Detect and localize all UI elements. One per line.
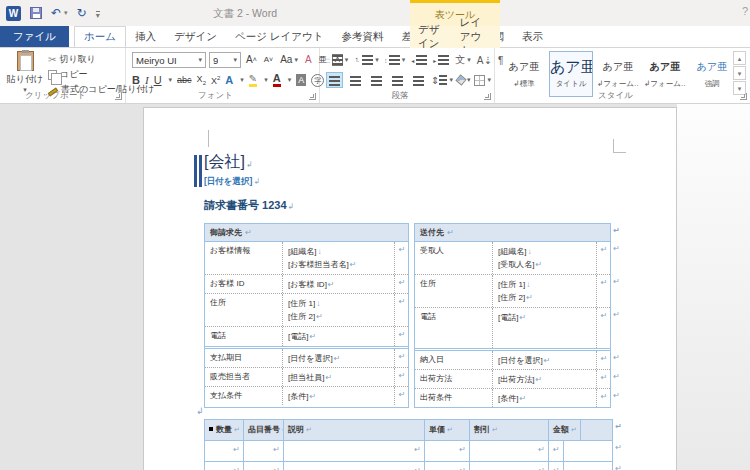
bold-button[interactable]: B [132, 74, 140, 86]
row-value[interactable]: [担当社員]↵ [283, 368, 395, 386]
tab-insert[interactable]: 挿入 [126, 26, 165, 47]
row-value[interactable]: [条件]↵ [283, 387, 395, 405]
decrease-indent-button[interactable]: ◂ [411, 55, 427, 65]
items-empty-row[interactable]: ↵↵↵↵↵↵↵ [205, 461, 612, 470]
superscript-button[interactable]: X2 [211, 75, 220, 86]
tab-view[interactable]: 表示 [513, 26, 552, 47]
clipboard-dialog-launcher[interactable] [115, 93, 122, 100]
items-cell[interactable]: ↵ [425, 441, 470, 461]
sort-button[interactable]: A⇣ [477, 55, 492, 66]
strikethrough-button[interactable]: abc [177, 75, 192, 85]
tab-page-layout[interactable]: ページ レイアウト [226, 26, 333, 47]
save-icon[interactable] [30, 7, 42, 19]
distribute-button[interactable] [410, 72, 427, 88]
items-cell[interactable]: ↵ [284, 462, 425, 470]
ship-to-table[interactable]: 送付先 ↵↵受取人[組織名]↓[受取人名]↵↵↵住所[住所 1]↓[住所 2]↵… [414, 223, 611, 408]
row-value[interactable]: [住所 1]↓[住所 2]↵ [283, 294, 395, 326]
clear-formatting-button[interactable]: A [303, 53, 314, 67]
cell-end-mark: ↵ [396, 387, 408, 405]
multilevel-list-button[interactable]: ⁝▾ [385, 55, 405, 65]
tab-file[interactable]: ファイル [0, 26, 69, 47]
items-cell[interactable]: ↵ [425, 462, 470, 470]
shrink-font-button[interactable]: A˅ [262, 53, 275, 67]
undo-dropdown-caret[interactable]: ▾ [64, 9, 68, 17]
items-cell[interactable]: ↵ [470, 441, 549, 461]
value-line: [お客様 ID]↵ [288, 278, 394, 291]
font-size-combo[interactable]: 9▾ [209, 52, 241, 68]
styles-dialog-launcher[interactable] [740, 93, 747, 100]
line-break-mark: ↓ [526, 280, 530, 289]
row-value[interactable]: [組織名]↓[受取人名]↵ [493, 242, 597, 274]
cell-end-mark: ↵ [598, 308, 610, 348]
cell-end-mark: ↵ [396, 368, 408, 386]
asian-layout-button[interactable]: 文▾ [455, 53, 471, 67]
row-value[interactable]: [日付を選択]↵ [493, 351, 597, 369]
highlight-caret[interactable]: ▾ [264, 76, 268, 84]
items-cell[interactable]: ↵ [549, 441, 564, 461]
borders-button[interactable]: ▾ [474, 75, 491, 86]
row-value[interactable]: [出荷方法]↵ [493, 370, 597, 388]
align-right-button[interactable] [368, 72, 385, 88]
bill-to-table[interactable]: 御請求先 ↵お客様情報[組織名]↓[お客様担当者名]↵↵お客様 ID[お客様 I… [204, 223, 409, 408]
items-cell[interactable]: ↵ [244, 462, 284, 470]
font-color-caret[interactable]: ▾ [288, 76, 292, 84]
paste-button[interactable]: 貼り付け ▾ [5, 51, 45, 93]
subscript-button[interactable]: X2 [197, 74, 206, 86]
undo-icon[interactable]: ↶ [51, 6, 61, 20]
bullets-button[interactable]: ⁚⁚▾ [326, 55, 348, 65]
row-value[interactable]: [住所 1]↓[住所 2]↵ [493, 275, 597, 307]
highlight-button[interactable]: ✎ [249, 74, 257, 87]
row-value[interactable]: [お客様 ID]↵ [283, 275, 395, 293]
help-icon[interactable]: ? [742, 5, 748, 17]
row-value[interactable]: [条件]↵ [493, 389, 597, 407]
row-value[interactable]: [日付を選択]↵ [283, 349, 395, 367]
document-page[interactable]: [会社]↲ [日付を選択]↲ 請求書番号 1234↲ 御請求先 ↵お客様情報[組… [143, 107, 677, 470]
items-cell[interactable]: ↵ [205, 462, 244, 470]
items-cell[interactable]: ↵ [470, 462, 549, 470]
cell-end-mark: ↵ [492, 426, 498, 433]
items-empty-row[interactable]: ↵↵↵↵↵↵↵ [205, 440, 612, 461]
change-case-button[interactable]: Aa▾ [278, 53, 300, 67]
tab-references[interactable]: 参考資料 [333, 26, 393, 47]
italic-button[interactable]: I [145, 74, 149, 86]
shading-button[interactable]: ▾ [457, 76, 471, 84]
font-color-button[interactable]: A [273, 73, 281, 87]
text-effects-button[interactable]: A [225, 74, 233, 86]
line-spacing-button[interactable]: ⇕▾ [431, 75, 453, 86]
tab-design[interactable]: デザイン [165, 26, 226, 47]
redo-icon[interactable]: ↻ [77, 6, 87, 20]
grow-font-button[interactable]: A˄ [244, 53, 259, 67]
align-left-button[interactable] [326, 72, 343, 88]
style-gallery-down-icon[interactable]: ▾ [733, 66, 746, 80]
row-value[interactable]: [組織名]↓[お客様担当者名]↵ [283, 242, 395, 274]
tab-table-design[interactable]: デザイン [410, 26, 452, 48]
word-logo-icon[interactable]: W [6, 6, 21, 21]
row-value[interactable]: [電話]↵ [493, 308, 597, 348]
underline-button[interactable]: U [154, 74, 162, 86]
items-cell[interactable]: ↵ [549, 462, 564, 470]
items-cell[interactable]: ↵ [205, 441, 244, 461]
text-effects-caret[interactable]: ▾ [240, 76, 244, 84]
row-value[interactable]: [電話]↵ [283, 327, 395, 346]
company-placeholder[interactable]: [会社]↲ [204, 152, 253, 173]
customize-qat-icon[interactable]: ▾ [96, 11, 100, 19]
justify-button[interactable] [389, 72, 406, 88]
underline-caret[interactable]: ▾ [169, 76, 173, 84]
align-center-button[interactable] [347, 72, 364, 88]
paragraph-mark: ↲ [246, 160, 253, 169]
tab-table-layout[interactable]: レイアウト [452, 26, 500, 48]
font-dialog-launcher[interactable] [309, 93, 316, 100]
paragraph-dialog-launcher[interactable] [484, 93, 491, 100]
numbering-button[interactable]: ⒈▾ [354, 55, 379, 65]
date-placeholder[interactable]: [日付を選択]↲ [204, 176, 260, 188]
character-shading-button[interactable]: A [296, 74, 306, 86]
document-area: [会社]↲ [日付を選択]↲ 請求書番号 1234↲ 御請求先 ↵お客様情報[組… [0, 104, 750, 470]
items-cell[interactable]: ↵ [244, 441, 284, 461]
tab-home[interactable]: ホーム [74, 26, 126, 47]
style-gallery-up-icon[interactable]: ▴ [733, 51, 746, 65]
font-name-combo[interactable]: Meiryo UI▾ [132, 52, 206, 68]
items-table[interactable]: 数量↵品目番号↵説明↵単価↵割引↵金額↵↵↵↵↵↵↵↵↵↵↵↵↵↵↵↵ [204, 419, 613, 470]
increase-indent-button[interactable]: ▸ [433, 55, 449, 65]
style-preview: あア亜 [644, 52, 686, 79]
items-cell[interactable]: ↵ [284, 441, 425, 461]
